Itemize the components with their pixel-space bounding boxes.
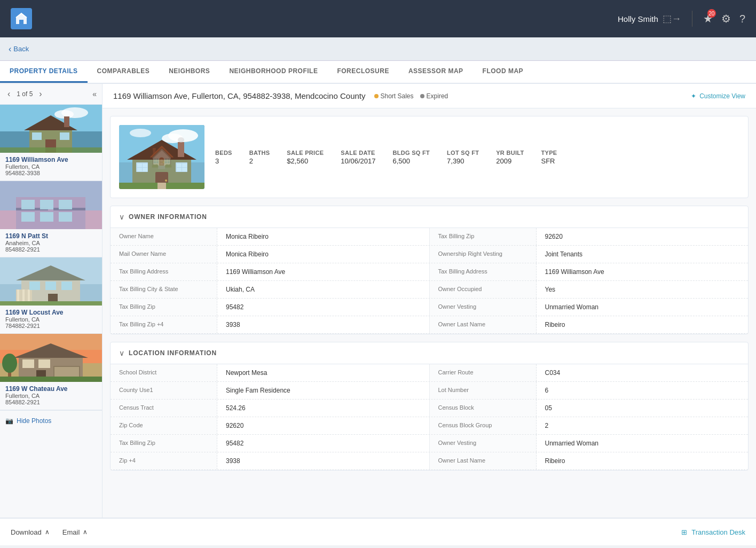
tab-comparables[interactable]: Comparables [88, 61, 160, 83]
info-left-col: Zip Code 92620 [111, 417, 430, 434]
property-full-address: 1169 Williamson Ave, Fullerton, CA, 9548… [113, 91, 366, 100]
email-arrow-icon: ∧ [83, 528, 88, 536]
settings-icon[interactable]: ⚙ [721, 12, 731, 25]
svg-rect-69 [182, 168, 187, 171]
svg-rect-66 [177, 163, 182, 167]
owner-section-header[interactable]: ∨ OWNER INFORMATION [111, 206, 748, 228]
svg-rect-31 [29, 281, 40, 290]
info-row: Owner Name Monica Ribeiro Tax Billing Zi… [111, 228, 748, 246]
stat-lot-sqft: Lot Sq Ft 7,390 [447, 150, 479, 165]
tab-flood-map[interactable]: Flood Map [473, 61, 533, 83]
collapse-sidebar-button[interactable]: « [92, 90, 97, 98]
stat-yr-built: Yr Built 2009 [496, 150, 524, 165]
property-list-item[interactable]: 1169 W Locust Ave Fullerton, CA 784882-2… [0, 257, 102, 334]
stat-type: Type SFR [541, 150, 557, 165]
user-name: Holly Smith [618, 14, 658, 24]
info-value: 92620 [537, 228, 749, 245]
info-value: Single Fam Residence [217, 382, 429, 399]
info-label: Owner Vesting [430, 435, 537, 452]
tab-assessor-map[interactable]: Assessor Map [399, 61, 473, 83]
info-label: Tax Billing Zip [430, 228, 537, 245]
info-row: Tax Billing City & State Ukiah, CA Owner… [111, 281, 748, 299]
type-value: SFR [541, 157, 557, 165]
beds-value: 3 [215, 157, 232, 165]
back-arrow-icon: ‹ [9, 44, 11, 54]
info-right-col: Owner Occupied Yes [430, 281, 749, 298]
info-label: Mail Owner Name [111, 246, 217, 263]
stat-baths: Baths 2 [249, 150, 270, 165]
info-value: 95482 [217, 435, 429, 452]
property-list-item[interactable]: 1169 N Patt St Anaheim, CA 854882-2921 [0, 181, 102, 257]
yr-built-value: 2009 [496, 157, 524, 165]
tab-neighborhood-profile[interactable]: Neighborhood Profile [219, 61, 327, 83]
help-icon[interactable]: ? [739, 13, 745, 25]
tab-property-details[interactable]: Property Details [0, 61, 88, 83]
info-right-col: Owner Vesting Unmarried Woman [430, 299, 749, 316]
property-zip: 954882-3938 [5, 170, 97, 176]
transaction-desk-button[interactable]: ⊞ Transaction Desk [681, 528, 745, 536]
header: Holly Smith ⬚→ ★ 20 ⚙ ? [0, 0, 756, 37]
customize-view-button[interactable]: ✦ Customize View [691, 92, 745, 100]
info-label: Owner Last Name [430, 316, 537, 333]
header-right: Holly Smith ⬚→ ★ 20 ⚙ ? [618, 11, 745, 27]
info-row: Census Tract 524.26 Census Block 05 [111, 400, 748, 417]
property-info: 1169 N Patt St Anaheim, CA 854882-2921 [0, 229, 102, 257]
info-row: Tax Billing Zip 95482 Owner Vesting Unma… [111, 299, 748, 316]
svg-rect-10 [60, 132, 69, 140]
svg-rect-62 [143, 163, 147, 167]
info-value: Yes [537, 281, 749, 298]
owner-rows: Owner Name Monica Ribeiro Tax Billing Zi… [111, 228, 748, 334]
svg-rect-48 [0, 377, 103, 382]
stat-sale-date: Sale Date 10/06/2017 [341, 150, 375, 165]
back-button[interactable]: ‹ Back [9, 44, 29, 54]
info-label: Lot Number [430, 382, 537, 399]
svg-rect-20 [21, 212, 35, 222]
svg-rect-35 [0, 301, 103, 306]
content-area: 1169 Williamson Ave, Fullerton, CA, 9548… [103, 84, 756, 518]
property-city: Fullerton, CA [5, 163, 97, 170]
location-information-section: ∨ LOCATION INFORMATION School District N… [110, 342, 749, 471]
favorites-icon[interactable]: ★ 20 [703, 12, 713, 25]
logout-icon[interactable]: ⬚→ [663, 13, 681, 25]
customize-label: Customize View [699, 92, 745, 100]
svg-rect-56 [178, 142, 184, 157]
footer-left: Download ∧ Email ∧ [11, 528, 88, 536]
svg-point-59 [165, 179, 167, 182]
property-list-item[interactable]: 1169 W Chateau Ave Fullerton, CA 854882-… [0, 334, 102, 410]
svg-rect-19 [59, 200, 72, 209]
owner-section-title: OWNER INFORMATION [129, 213, 207, 221]
tab-neighbors[interactable]: Neighbors [159, 61, 219, 83]
sale-date-label: Sale Date [341, 150, 375, 156]
download-button[interactable]: Download ∧ [11, 528, 50, 536]
info-right-col: Owner Vesting Unmarried Woman [430, 435, 749, 452]
info-row: Tax Billing Zip 95482 Owner Vesting Unma… [111, 435, 748, 452]
property-info: 1169 W Chateau Ave Fullerton, CA 854882-… [0, 382, 102, 410]
short-sales-label: Short Sales [381, 92, 414, 100]
type-label: Type [541, 150, 557, 156]
info-right-col: Owner Last Name Ribeiro [430, 316, 749, 333]
info-value: 1169 Williamson Ave [537, 263, 749, 280]
transaction-desk-label: Transaction Desk [691, 528, 745, 536]
expired-dot [420, 94, 424, 98]
yr-built-label: Yr Built [496, 150, 524, 156]
next-property-button[interactable]: › [37, 88, 44, 100]
info-label: Tax Billing Zip +4 [111, 316, 217, 333]
prev-property-button[interactable]: ‹ [5, 88, 12, 100]
email-button[interactable]: Email ∧ [62, 528, 88, 536]
lot-sqft-label: Lot Sq Ft [447, 150, 479, 156]
info-value: Newport Mesa [217, 364, 429, 381]
info-label: Tax Billing Zip [111, 435, 217, 452]
svg-rect-11 [0, 147, 103, 153]
info-label: Tax Billing City & State [111, 281, 217, 298]
property-list-item[interactable]: 1169 Williamson Ave Fullerton, CA 954882… [0, 105, 102, 181]
tab-foreclosure[interactable]: Foreclosure [327, 61, 399, 83]
sidebar-navigation: ‹ 1 of 5 › « [0, 84, 102, 105]
location-section-header[interactable]: ∨ LOCATION INFORMATION [111, 342, 748, 364]
user-info: Holly Smith ⬚→ [618, 13, 681, 25]
info-right-col: Ownership Right Vesting Joint Tenants [430, 246, 749, 263]
property-image [0, 334, 103, 382]
info-right-col: Carrier Route C034 [430, 364, 749, 381]
info-label: Owner Occupied [430, 281, 537, 298]
property-header: 1169 Williamson Ave, Fullerton, CA, 9548… [103, 84, 756, 108]
hide-photos-button[interactable]: 📷 Hide Photos [0, 410, 102, 431]
